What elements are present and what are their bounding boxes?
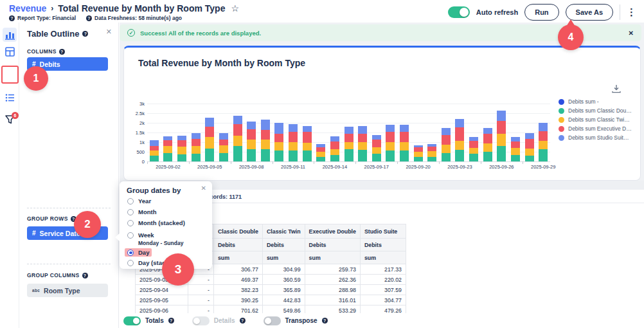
outline-list-icon[interactable]	[3, 91, 17, 105]
radio-label: Week	[138, 232, 154, 239]
help-icon[interactable]	[86, 15, 92, 21]
legend-item[interactable]: Debits sum Studio Suit…	[559, 134, 632, 141]
bar-segment	[316, 157, 325, 161]
save-as-button[interactable]: Save As	[566, 4, 613, 21]
group-columns-chip-room-type[interactable]: abc Room Type	[27, 284, 108, 297]
table-view-icon[interactable]	[3, 44, 17, 59]
bar-segment	[177, 154, 186, 161]
legend-label: Debits sum Classic Dou…	[568, 107, 632, 114]
bar-segment	[233, 124, 242, 135]
stacked-bar-2025-09-09	[261, 120, 270, 161]
bar-segment	[497, 146, 506, 161]
radio-option-week[interactable]: Week	[125, 231, 157, 239]
bar-segment	[427, 151, 436, 157]
panel-close-icon[interactable]: ✕	[106, 28, 112, 36]
download-chart-icon[interactable]	[611, 84, 622, 93]
x-axis-tick	[481, 161, 481, 164]
measure-header: Debits	[360, 239, 406, 251]
bar-segment	[261, 130, 270, 140]
stacked-bar-2025-09-26	[497, 111, 506, 161]
popup-close-icon[interactable]: ✕	[201, 185, 206, 192]
radio-option-month[interactable]: Month	[125, 208, 159, 216]
stacked-bar-2025-09-11	[289, 124, 298, 161]
report-type-meta: Report Type: Financial	[9, 15, 76, 21]
bar-segment	[150, 150, 159, 156]
kebab-menu-icon[interactable]: ⋮	[627, 6, 636, 18]
x-axis-tick-label: 2025-09-14	[323, 164, 347, 170]
help-icon[interactable]	[82, 273, 88, 278]
banner-close-icon[interactable]: ✕	[629, 30, 634, 37]
radio-label: Year	[138, 197, 151, 205]
bar-segment	[483, 134, 492, 143]
bar-segment	[386, 132, 395, 142]
bar-segment	[289, 132, 298, 142]
bar-segment	[539, 123, 548, 131]
details-toggle[interactable]	[192, 316, 210, 325]
x-axis-tick-label: 2025-09-02	[156, 164, 180, 170]
favorite-star-icon[interactable]: ☆	[231, 3, 239, 14]
bar-segment	[497, 121, 506, 134]
value-cell: 259.73	[305, 264, 360, 275]
help-icon[interactable]	[59, 49, 65, 55]
totals-toggle[interactable]	[123, 316, 141, 325]
breadcrumb-revenue-link[interactable]: Revenue	[9, 3, 46, 14]
x-axis-tick	[189, 161, 190, 164]
bar-segment	[330, 141, 339, 149]
value-cell: 304.77	[360, 295, 406, 305]
bar-segment	[400, 125, 409, 132]
legend-item[interactable]: Debits sum -	[559, 98, 632, 105]
bar-segment	[205, 137, 214, 149]
auto-refresh-toggle[interactable]	[448, 6, 470, 18]
stacked-bar-2025-09-18	[386, 125, 395, 161]
value-cell: 220.02	[360, 275, 406, 285]
stacked-bar-2025-09-16	[358, 126, 367, 161]
stacked-bar-2025-09-15	[344, 127, 353, 161]
legend-label: Debits sum -	[568, 98, 599, 105]
help-icon[interactable]	[82, 31, 88, 37]
measure-header: Debits	[213, 239, 262, 251]
bar-segment	[511, 137, 520, 141]
run-button[interactable]: Run	[524, 4, 559, 21]
x-axis-tick	[523, 161, 523, 164]
radio-option-month-stacked-[interactable]: Month (stacked)	[125, 219, 188, 227]
toggle-label: Totals	[145, 317, 164, 324]
radio-option-year[interactable]: Year	[125, 197, 154, 205]
bar-segment	[192, 139, 201, 147]
chart-view-icon[interactable]	[3, 28, 17, 42]
toggle-label: Details	[214, 317, 235, 324]
bar-segment	[414, 147, 423, 152]
help-icon[interactable]	[240, 318, 246, 323]
radio-option-day[interactable]: Day	[125, 248, 152, 257]
annotation-step-2: 2	[74, 211, 101, 238]
radio-label: Month (stacked)	[138, 219, 185, 226]
bar-segment	[386, 125, 395, 132]
bar-segment	[150, 140, 159, 145]
bar-segment	[316, 152, 325, 157]
help-icon[interactable]	[322, 318, 328, 323]
help-icon[interactable]	[168, 318, 174, 323]
legend-item[interactable]: Debits sum Classic Twi…	[559, 116, 632, 123]
stacked-bar-2025-09-29	[539, 123, 548, 161]
measure-header: Debits	[305, 239, 360, 251]
aggregation-header: sum	[360, 251, 406, 264]
bar-segment	[525, 149, 534, 156]
bar-segment	[205, 127, 214, 137]
aggregation-header: sum	[305, 251, 360, 264]
top-header: Revenue › Total Revenue by Month by Room…	[0, 0, 644, 23]
column-group-header: Classic Twin	[262, 224, 305, 239]
help-icon[interactable]	[9, 15, 15, 21]
bar-segment	[177, 136, 186, 141]
bar-segment	[455, 141, 464, 150]
bar-segment	[358, 126, 367, 133]
transpose-toggle[interactable]	[264, 316, 281, 325]
bar-segment	[233, 146, 242, 161]
stacked-bar-2025-09-01	[150, 140, 159, 161]
legend-item[interactable]: Debits sum Executive D…	[559, 125, 632, 132]
aggregation-header: sum	[213, 251, 262, 264]
group-rows-section-label: GROUP ROWS	[27, 215, 76, 222]
legend-item[interactable]: Debits sum Classic Dou…	[559, 107, 632, 114]
bar-segment	[177, 140, 186, 147]
stacked-bar-2025-09-10	[274, 123, 283, 161]
y-axis-tick-label: 1k	[139, 140, 145, 145]
stacked-bar-2025-09-13	[316, 144, 325, 161]
